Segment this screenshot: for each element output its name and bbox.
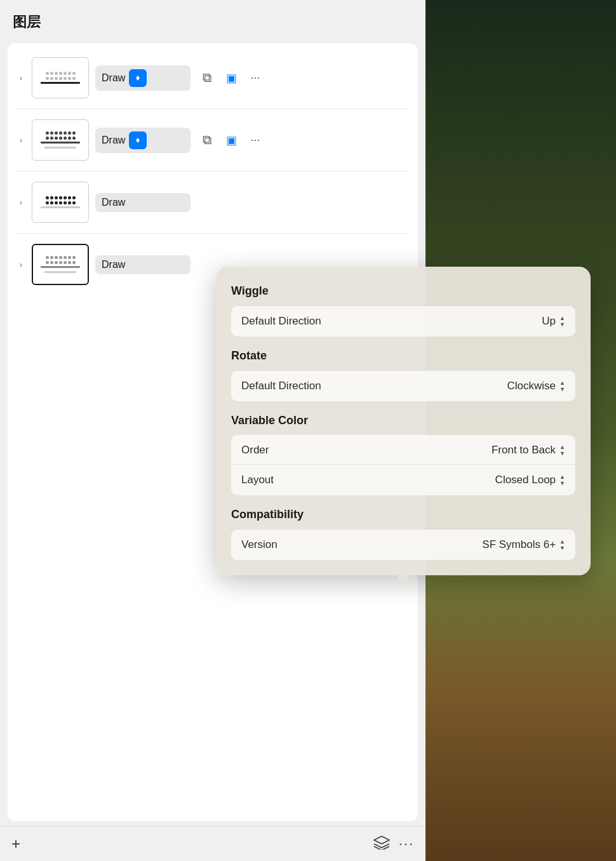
wiggle-section: Wiggle Default Direction Up ▲ ▼ [231, 284, 575, 337]
popover-panel: Wiggle Default Direction Up ▲ ▼ Rotate D… [216, 267, 591, 575]
wiggle-direction-label: Default Direction [241, 315, 321, 328]
expand-chevron[interactable]: › [17, 260, 25, 269]
layer-thumbnail [32, 182, 89, 223]
variable-color-title: Variable Color [231, 414, 575, 427]
layer-name-field[interactable]: Draw [95, 193, 191, 212]
rotate-direction-stepper[interactable]: ▲ ▼ [559, 380, 565, 392]
list-item: › Draw [8, 112, 418, 168]
order-stepper[interactable]: ▲ ▼ [559, 444, 565, 457]
duplicate-button[interactable]: ⧉ [197, 68, 217, 88]
wiggle-direction-stepper[interactable]: ▲ ▼ [559, 316, 565, 328]
version-label: Version [241, 538, 278, 551]
rotate-direction-row[interactable]: Default Direction Clockwise ▲ ▼ [231, 370, 575, 401]
layer-actions: ⧉ ▣ ··· [197, 68, 265, 88]
rotate-title: Rotate [231, 349, 575, 363]
layers-icon[interactable] [373, 836, 390, 853]
layer-name-text: Draw [102, 197, 125, 208]
version-value-area: SF Symbols 6+ ▲ ▼ [482, 538, 565, 551]
layer-actions: ⧉ ▣ ··· [197, 130, 265, 150]
compatibility-title: Compatibility [231, 508, 575, 521]
layer-name-text: Draw [102, 135, 125, 146]
rotate-direction-value: Clockwise [507, 380, 556, 392]
more-options-icon[interactable]: ··· [399, 836, 414, 852]
layer-thumbnail [32, 244, 89, 285]
layer-order-stepper[interactable] [129, 69, 147, 87]
display-toggle-button[interactable]: ▣ [221, 68, 241, 88]
wiggle-direction-value: Up [542, 315, 556, 328]
order-value: Front to Back [492, 444, 556, 457]
expand-chevron[interactable]: › [17, 74, 25, 83]
layout-value: Closed Loop [495, 474, 556, 486]
more-options-button[interactable]: ··· [245, 68, 265, 88]
expand-chevron[interactable]: › [17, 198, 25, 207]
wiggle-rows-group: Default Direction Up ▲ ▼ [231, 305, 575, 337]
variable-color-section: Variable Color Order Front to Back ▲ ▼ L… [231, 414, 575, 495]
rotate-section: Rotate Default Direction Clockwise ▲ ▼ [231, 349, 575, 401]
rotate-rows-group: Default Direction Clockwise ▲ ▼ [231, 370, 575, 401]
wiggle-direction-row[interactable]: Default Direction Up ▲ ▼ [231, 305, 575, 337]
order-value-area: Front to Back ▲ ▼ [492, 444, 565, 457]
version-value: SF Symbols 6+ [482, 538, 556, 551]
add-layer-button[interactable]: + [11, 835, 20, 853]
display-toggle-button[interactable]: ▣ [221, 130, 241, 150]
order-row[interactable]: Order Front to Back ▲ ▼ [231, 435, 575, 465]
order-label: Order [241, 444, 269, 457]
duplicate-button[interactable]: ⧉ [197, 130, 217, 150]
bottom-bar: + ··· [0, 826, 425, 861]
list-item: › Draw [8, 174, 418, 230]
version-stepper[interactable]: ▲ ▼ [559, 539, 565, 551]
rotate-direction-value-area: Clockwise ▲ ▼ [507, 380, 565, 392]
list-item: › Draw [8, 50, 418, 106]
compatibility-section: Compatibility Version SF Symbols 6+ ▲ ▼ [231, 508, 575, 560]
layout-value-area: Closed Loop ▲ ▼ [495, 474, 565, 486]
layer-order-stepper[interactable] [129, 131, 147, 149]
more-options-button[interactable]: ··· [245, 130, 265, 150]
layout-label: Layout [241, 474, 274, 486]
variable-color-rows-group: Order Front to Back ▲ ▼ Layout Closed Lo… [231, 435, 575, 495]
layer-name-text: Draw [102, 72, 125, 84]
layer-name-text: Draw [102, 259, 125, 270]
layer-name-field[interactable]: Draw [95, 65, 191, 91]
layer-thumbnail [32, 119, 89, 161]
layer-name-field[interactable]: Draw [95, 128, 191, 153]
layout-row[interactable]: Layout Closed Loop ▲ ▼ [231, 464, 575, 495]
compatibility-rows-group: Version SF Symbols 6+ ▲ ▼ [231, 529, 575, 560]
layout-stepper[interactable]: ▲ ▼ [559, 474, 565, 486]
layer-name-field[interactable]: Draw [95, 255, 191, 274]
panel-title: 图层 [0, 0, 425, 38]
version-row[interactable]: Version SF Symbols 6+ ▲ ▼ [231, 529, 575, 560]
wiggle-title: Wiggle [231, 284, 575, 298]
expand-chevron[interactable]: › [17, 136, 25, 145]
bottom-right-actions: ··· [373, 836, 414, 853]
rotate-direction-label: Default Direction [241, 380, 321, 392]
layer-thumbnail [32, 57, 89, 98]
wiggle-direction-value-area: Up ▲ ▼ [542, 315, 565, 328]
